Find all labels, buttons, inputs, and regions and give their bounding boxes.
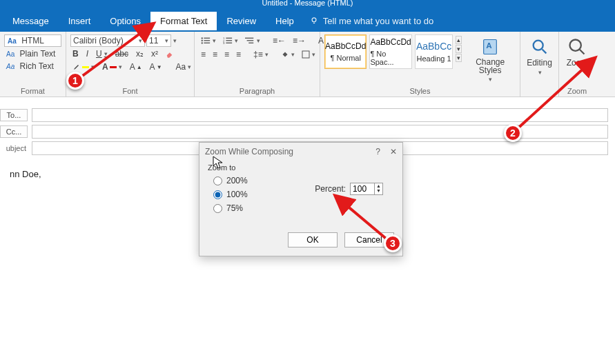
svg-rect-8 (226, 38, 232, 39)
style-nospacing[interactable]: AaBbCcDd¶ No Spac... (369, 34, 411, 69)
styles-up-button[interactable]: ▴ (456, 36, 462, 44)
tell-me-search[interactable]: Tell me what you want to do (323, 16, 433, 26)
eraser-icon (166, 49, 175, 59)
cc-button[interactable]: Cc... (0, 125, 28, 138)
svg-rect-2 (204, 38, 210, 39)
increase-indent-button[interactable]: ≡→ (291, 35, 308, 46)
find-icon (530, 37, 549, 57)
style-normal[interactable]: AaBbCcDd¶ Normal (324, 34, 367, 69)
svg-text:A: A (486, 41, 492, 50)
justify-button[interactable]: ≡ (234, 49, 243, 60)
callout-1: 1 (66, 72, 84, 90)
callout-2: 2 (504, 124, 522, 142)
format-group-label: Format (4, 85, 61, 95)
percent-label: Percent: (315, 184, 346, 194)
annotation-arrow-1 (76, 21, 166, 83)
styles-down-button[interactable]: ▾ (456, 45, 462, 53)
tab-review[interactable]: Review (217, 12, 266, 30)
bullets-icon (201, 37, 211, 45)
svg-point-19 (533, 41, 543, 50)
svg-line-23 (337, 197, 389, 241)
styles-group-label: Styles (324, 85, 516, 95)
svg-text:3: 3 (223, 41, 225, 45)
svg-point-5 (202, 42, 203, 43)
svg-rect-6 (204, 43, 210, 43)
rich-text-button[interactable]: Aa Rich Text (4, 61, 61, 72)
svg-rect-16 (302, 51, 309, 58)
clear-format-button[interactable] (164, 48, 177, 59)
svg-rect-4 (204, 40, 210, 41)
percent-up-button[interactable]: ▲ (375, 183, 382, 188)
callout-3: 3 (384, 234, 402, 252)
plain-text-button[interactable]: Aa Plain Text (4, 48, 61, 59)
dialog-close-button[interactable]: ✕ (390, 147, 397, 156)
html-format-button[interactable]: Aa HTML (4, 34, 61, 47)
numbering-button[interactable]: 123▾ (221, 36, 240, 46)
svg-point-3 (202, 40, 203, 41)
zoom-to-label: Zoom to (208, 163, 394, 172)
svg-point-0 (312, 18, 316, 22)
align-right-button[interactable]: ≡ (222, 49, 231, 60)
svg-rect-14 (247, 40, 254, 41)
border-icon (302, 50, 310, 59)
line-spacing-button[interactable]: ‡≡▾ (251, 49, 271, 60)
svg-rect-12 (226, 43, 232, 43)
cursor-icon (213, 156, 224, 170)
lightbulb-icon (309, 16, 319, 26)
borders-button[interactable]: ▾ (300, 50, 318, 59)
change-case-button[interactable]: Aa▾ (174, 61, 194, 72)
shading-button[interactable]: ▾ (279, 50, 297, 59)
tab-help[interactable]: Help (266, 12, 304, 30)
svg-point-1 (202, 37, 203, 39)
zoom-icon (567, 37, 587, 57)
svg-line-21 (79, 25, 152, 79)
svg-line-22 (515, 59, 594, 131)
multilevel-button[interactable]: ▾ (243, 36, 262, 46)
tab-message[interactable]: Message (3, 12, 59, 30)
svg-rect-13 (245, 38, 253, 39)
decrease-indent-button[interactable]: ≡← (271, 35, 288, 46)
svg-rect-10 (226, 40, 232, 41)
dialog-title: Zoom While Composing (205, 147, 293, 156)
dialog-help-button[interactable]: ? (375, 147, 380, 156)
align-left-button[interactable]: ≡ (199, 49, 208, 60)
numbering-icon: 123 (223, 37, 233, 45)
svg-point-20 (570, 40, 581, 51)
subject-label: ubject (0, 144, 28, 152)
align-center-button[interactable]: ≡ (211, 49, 219, 60)
bullets-button[interactable]: ▾ (199, 36, 218, 46)
svg-rect-15 (248, 43, 253, 43)
paragraph-group-label: Paragraph (199, 85, 315, 95)
paint-bucket-icon (281, 50, 289, 59)
styles-more-button[interactable]: ▾ (456, 54, 462, 62)
to-button[interactable]: To... (0, 109, 28, 121)
change-styles-icon: A (480, 37, 500, 57)
multilevel-icon (245, 37, 255, 45)
ok-button[interactable]: OK (288, 232, 338, 247)
percent-down-button[interactable]: ▼ (375, 188, 382, 193)
change-styles-button[interactable]: A Change Styles▾ (465, 34, 516, 85)
annotation-arrow-2 (511, 55, 607, 138)
style-heading1[interactable]: AaBbCcHeading 1 (415, 34, 453, 69)
font-group-label: Font (70, 85, 190, 95)
window-title: Untitled - Message (HTML) (0, 0, 615, 10)
